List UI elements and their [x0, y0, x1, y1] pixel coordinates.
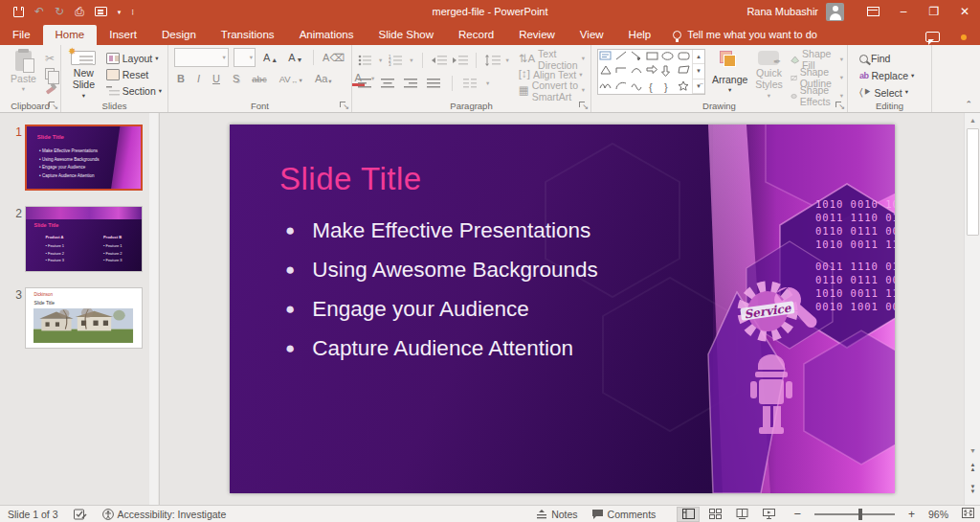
avatar[interactable]	[826, 3, 844, 21]
tell-me-box[interactable]: Tell me what you want to do	[673, 29, 817, 45]
tab-file[interactable]: File	[0, 25, 43, 45]
zoom-slider[interactable]	[814, 513, 895, 515]
slide-canvas[interactable]: 1010 0010 1001 0011 1110 0110 0110 0111 …	[230, 125, 895, 493]
normal-view-button[interactable]	[677, 507, 700, 522]
align-center-icon[interactable]	[381, 78, 395, 89]
notes-button[interactable]: Notes	[536, 509, 577, 520]
convert-smartart-button[interactable]: ▦Convert to SmartArt▾	[517, 82, 587, 99]
tab-animations[interactable]: Animations	[287, 25, 367, 45]
text-direction-button[interactable]: ⇅AText Direction▾	[517, 51, 587, 67]
scroll-up-icon[interactable]: ▲	[965, 113, 980, 127]
underline-button[interactable]: U	[210, 72, 223, 85]
bold-button[interactable]: B	[174, 72, 188, 85]
align-right-icon[interactable]	[404, 78, 418, 89]
next-slide-button[interactable]: ▼▼	[965, 482, 980, 497]
close-button[interactable]: ✕	[949, 0, 980, 23]
numbering-icon[interactable]: 123	[389, 55, 403, 66]
scrollbar-thumb[interactable]	[967, 128, 979, 236]
slide-indicator[interactable]: Slide 1 of 3	[8, 509, 58, 520]
tab-help[interactable]: Help	[616, 25, 664, 45]
thumbnail-scrollbar[interactable]	[149, 113, 158, 505]
account-name[interactable]: Rana Mubashir	[746, 6, 818, 17]
tab-home[interactable]: Home	[43, 25, 98, 45]
columns-icon[interactable]	[463, 78, 478, 89]
start-slideshow-icon[interactable]: ⎙	[75, 6, 84, 17]
arrange-button[interactable]: Arrange ▾	[712, 49, 747, 99]
restore-button[interactable]: ❐	[919, 0, 949, 23]
ribbon-display-options-button[interactable]	[858, 0, 888, 23]
thumbnail-slide-1[interactable]: 1 Slide Title • Make Effective Presentat…	[25, 125, 143, 191]
thumbnail-slide-3[interactable]: 3 Dickinson Slide Title	[25, 287, 143, 349]
justify-icon[interactable]	[427, 78, 441, 89]
zoom-in-button[interactable]: +	[908, 508, 915, 521]
font-size-combobox[interactable]: ▾	[234, 48, 256, 67]
format-painter-icon[interactable]	[45, 82, 56, 94]
undo-icon[interactable]: ↶	[34, 6, 44, 17]
increase-indent-icon[interactable]	[453, 55, 467, 66]
zoom-level[interactable]: 96%	[928, 509, 948, 520]
character-spacing-button[interactable]: AV↔▾	[277, 73, 305, 85]
shape-outline-button[interactable]: Shape Outline▾	[791, 70, 843, 85]
slide-show-button[interactable]	[757, 507, 780, 522]
shapes-more-icon[interactable]: ▼̅	[693, 79, 704, 94]
tab-slide-show[interactable]: Slide Show	[367, 25, 447, 45]
slide-title-text[interactable]: Slide Title	[279, 161, 422, 197]
comments-bubble-icon[interactable]	[925, 32, 940, 42]
tab-design[interactable]: Design	[149, 25, 209, 45]
clipboard-dialog-launcher[interactable]	[49, 102, 57, 110]
vertical-scrollbar[interactable]: ▲ ▼ ▲▲ ▼▼	[964, 113, 980, 505]
bullets-icon[interactable]	[358, 55, 372, 66]
minimize-button[interactable]: –	[888, 0, 919, 23]
accessibility-checker[interactable]: Accessibility: Investigate	[102, 509, 227, 520]
paste-button[interactable]: Paste ▾	[6, 49, 41, 99]
decrease-font-size-button[interactable]: A▼	[285, 51, 305, 64]
change-case-button[interactable]: Aa▾	[312, 72, 335, 85]
new-slide-button[interactable]: New Slide ▾	[67, 49, 100, 99]
spell-check-icon[interactable]	[74, 509, 87, 520]
shape-fill-button[interactable]: Shape Fill▾	[791, 52, 843, 67]
thumbnail-slide-2[interactable]: 2 Slide Title Product A • Feature 1 • Fe…	[25, 206, 143, 272]
tab-insert[interactable]: Insert	[97, 25, 149, 45]
collapse-ribbon-icon[interactable]: ⌃	[965, 100, 972, 109]
find-button[interactable]: Find	[858, 53, 916, 65]
slide-body-text[interactable]: ●Make Effective Presentations ●Using Awe…	[285, 218, 598, 375]
comments-button[interactable]: Comments	[591, 509, 657, 520]
reading-view-button[interactable]	[730, 507, 753, 522]
save-icon[interactable]	[13, 7, 24, 17]
customize-qat-icon[interactable]: ⁝	[131, 8, 134, 16]
tab-transitions[interactable]: Transitions	[209, 25, 287, 45]
layout-button[interactable]: Layout▾	[104, 51, 164, 66]
decrease-indent-icon[interactable]	[432, 55, 446, 66]
strikethrough-button[interactable]: abc	[249, 73, 269, 85]
shapes-scroll-up-icon[interactable]: ▲	[693, 50, 704, 64]
zoom-slider-thumb[interactable]	[858, 509, 862, 520]
previous-slide-button[interactable]: ▲▲	[965, 460, 980, 475]
shapes-scroll-down-icon[interactable]: ▼	[693, 64, 704, 79]
text-shadow-button[interactable]: S	[230, 72, 242, 85]
font-dialog-launcher[interactable]	[340, 102, 348, 110]
copy-icon[interactable]	[45, 68, 55, 79]
fit-to-window-button[interactable]	[962, 508, 974, 520]
quick-styles-button[interactable]: Quick Styles ▾	[754, 49, 783, 99]
section-button[interactable]: Section▾	[104, 83, 164, 99]
replace-button[interactable]: abReplace▾	[858, 70, 916, 82]
tab-review[interactable]: Review	[506, 25, 568, 45]
drawing-dialog-launcher[interactable]	[835, 102, 844, 110]
align-left-icon[interactable]	[358, 78, 372, 89]
cut-icon[interactable]	[45, 52, 56, 65]
scroll-down-icon[interactable]: ▼	[965, 443, 980, 458]
tab-view[interactable]: View	[568, 25, 616, 45]
tab-record[interactable]: Record	[446, 25, 506, 45]
shapes-gallery-scroll[interactable]: ▲ ▼ ▼̅	[692, 50, 704, 94]
slide-layout-icon[interactable]	[95, 7, 107, 16]
zoom-out-button[interactable]: −	[793, 507, 801, 521]
line-spacing-icon[interactable]	[485, 55, 500, 66]
font-name-combobox[interactable]: ▾	[174, 48, 229, 67]
shapes-gallery[interactable]: { } ▲ ▼ ▼̅	[597, 49, 705, 95]
redo-icon[interactable]: ↻	[55, 6, 64, 17]
qat-dropdown-icon[interactable]: ▾	[118, 9, 122, 15]
increase-font-size-button[interactable]: A▲	[260, 51, 280, 64]
reset-button[interactable]: Reset	[104, 67, 164, 82]
slide-sorter-view-button[interactable]	[703, 507, 726, 522]
paragraph-dialog-launcher[interactable]	[579, 102, 588, 110]
